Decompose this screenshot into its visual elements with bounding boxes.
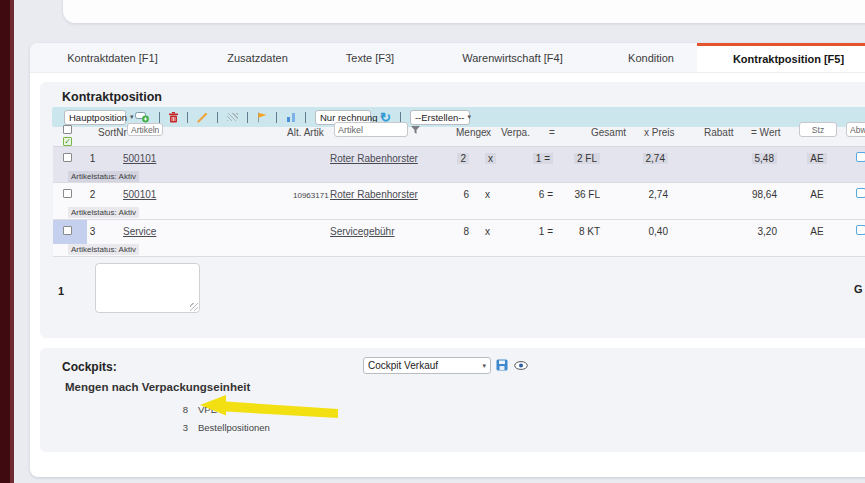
gesamt-cell: 8 KT xyxy=(558,226,600,237)
toolbar-separator xyxy=(159,112,160,123)
header-preis: x Preis xyxy=(644,127,675,138)
abw-filter-input[interactable] xyxy=(846,122,865,137)
abw-checkbox[interactable] xyxy=(856,225,865,235)
position-toolbar: Hauptposition ▾ xyxy=(52,107,865,127)
select-all-checkbox[interactable] xyxy=(63,125,72,134)
stat-value: 8 xyxy=(176,404,188,415)
table-row[interactable]: 3 Service Servicegebühr 8 x 1 = 8 KT 0,4… xyxy=(53,220,865,257)
row-checkbox[interactable] xyxy=(63,189,72,198)
header-sortnr: SortNr xyxy=(98,127,127,138)
artikelnr-link[interactable]: 500101 xyxy=(123,153,156,164)
cockpit-select[interactable]: Cockpit Verkauf ▾ xyxy=(363,357,491,374)
chevron-down-icon: ▾ xyxy=(130,113,134,121)
wert-cell: 98,64 xyxy=(741,189,777,200)
sortnr-cell: 1 xyxy=(84,153,101,164)
tab-texte[interactable]: Texte [F3] xyxy=(320,43,420,72)
gesamt-cell: 36 FL xyxy=(558,189,600,200)
menge-cell: 2 xyxy=(457,153,469,164)
verpa-cell: 6 = xyxy=(527,189,553,200)
artikel-filter-input[interactable] xyxy=(334,122,408,137)
gesamt-label: G xyxy=(854,283,863,295)
toolbar-separator xyxy=(247,112,248,123)
create-select[interactable]: --Erstellen-- ▾ xyxy=(410,110,470,125)
tab-kontraktdaten[interactable]: Kontraktdaten [F1] xyxy=(30,43,195,72)
sortnr-cell: 2 xyxy=(84,189,101,200)
stz-cell: AE xyxy=(805,226,829,237)
toolbar-separator xyxy=(276,112,277,123)
header-menge: Menge xyxy=(456,127,487,138)
preis-cell: 2,74 xyxy=(640,189,668,200)
x-cell: x xyxy=(485,153,496,164)
artikel-link[interactable]: Roter Rabenhorster xyxy=(330,153,418,164)
top-header-bar: Partner: 1010023 - Andreas-Hofer-Apothek… xyxy=(63,0,865,23)
header-rabatt: Rabatt xyxy=(704,127,733,138)
wert-cell: 5,48 xyxy=(752,153,777,164)
stz-filter-input[interactable] xyxy=(799,122,837,137)
header-gesamt: Gesamt xyxy=(591,127,626,138)
artikelnr-link[interactable]: 500101 xyxy=(123,189,156,200)
tab-zusatzdaten[interactable]: Zusatzdaten xyxy=(195,43,320,72)
position-type-select[interactable]: Hauptposition ▾ xyxy=(64,110,126,125)
toolbar-separator xyxy=(400,112,401,123)
chart-icon[interactable] xyxy=(286,112,296,122)
filter-funnel-icon[interactable] xyxy=(411,126,420,135)
window-edge xyxy=(0,0,10,483)
cockpit-panel: Cockpits: Cockpit Verkauf ▾ Mengen nach … xyxy=(40,348,865,452)
header-eq: = xyxy=(549,127,555,138)
page: Partner: 1010023 - Andreas-Hofer-Apothek… xyxy=(0,0,865,483)
edit-position-icon[interactable] xyxy=(197,112,208,123)
tab-kontraktposition[interactable]: Kontraktposition [F5] xyxy=(697,43,865,72)
verpa-cell: 1 = xyxy=(527,226,553,237)
x-cell: x xyxy=(485,226,490,237)
mengen-heading: Mengen nach Verpackungseinheit xyxy=(65,381,250,393)
artikelstatus-chip: Artikelstatus: Aktiv xyxy=(68,207,139,218)
stat-value: 3 xyxy=(176,422,188,433)
yellow-arrow-annotation xyxy=(200,394,340,426)
filter-active-checkbox[interactable]: ✓ xyxy=(63,137,72,146)
add-position-icon[interactable] xyxy=(135,111,150,123)
cockpits-title: Cockpits: xyxy=(62,360,117,374)
kontraktposition-panel: Kontraktposition Hauptposition ▾ xyxy=(40,82,865,338)
row-checkbox[interactable] xyxy=(63,153,72,162)
artikel-link[interactable]: Servicegebühr xyxy=(330,226,394,237)
resize-grip[interactable] xyxy=(190,303,198,311)
eye-icon[interactable] xyxy=(514,361,528,370)
stz-cell: AE xyxy=(807,153,826,164)
table-row[interactable]: 2 500101 10963171 Roter Rabenhorster 6 x… xyxy=(53,183,865,220)
artikel-link[interactable]: Roter Rabenhorster xyxy=(330,189,418,200)
tab-kondition[interactable]: Kondition xyxy=(605,43,697,72)
delete-position-icon[interactable] xyxy=(169,112,178,123)
header-alt-artikel: Alt. Artik xyxy=(287,127,324,138)
save-icon[interactable] xyxy=(496,359,508,371)
tab-warenwirtschaft[interactable]: Warenwirtschaft [F4] xyxy=(420,43,605,72)
row-count: 1 xyxy=(58,285,64,297)
menge-cell: 8 xyxy=(455,226,469,237)
note-textarea[interactable] xyxy=(95,263,200,313)
stz-cell: AE xyxy=(805,189,829,200)
header-verpa: Verpa. xyxy=(501,127,530,138)
header-wert: = Wert xyxy=(751,127,781,138)
preis-cell: 2,74 xyxy=(643,153,668,164)
position-type-value: Hauptposition xyxy=(69,112,127,123)
abw-checkbox[interactable] xyxy=(856,188,865,198)
tab-bar: Kontraktdaten [F1] Zusatzdaten Texte [F3… xyxy=(30,43,865,73)
cockpit-select-value: Cockpit Verkauf xyxy=(368,360,438,371)
pattern-glyph xyxy=(227,113,238,121)
row-checkbox[interactable] xyxy=(63,226,72,235)
wert-cell: 3,20 xyxy=(741,226,777,237)
table-row[interactable]: 1 500101 Roter Rabenhorster 2 x 1 = 2 FL… xyxy=(53,146,865,183)
alt-artikel-cell: 10963171 xyxy=(293,191,329,200)
flag-icon[interactable] xyxy=(257,112,267,123)
toolbar-separator xyxy=(217,112,218,123)
section-title: Kontraktposition xyxy=(62,90,162,104)
toolbar-separator xyxy=(187,112,188,123)
menge-cell: 6 xyxy=(455,189,469,200)
artikelnr-filter-input[interactable] xyxy=(127,123,163,136)
verpa-cell: 1 = xyxy=(533,153,553,164)
artikelstatus-chip: Artikelstatus: Aktiv xyxy=(68,171,139,182)
artikelnr-link[interactable]: Service xyxy=(123,226,156,237)
x-cell: x xyxy=(485,189,490,200)
header-x: x xyxy=(486,127,491,138)
protocol-icon[interactable] xyxy=(227,113,238,121)
abw-checkbox[interactable] xyxy=(856,152,865,162)
